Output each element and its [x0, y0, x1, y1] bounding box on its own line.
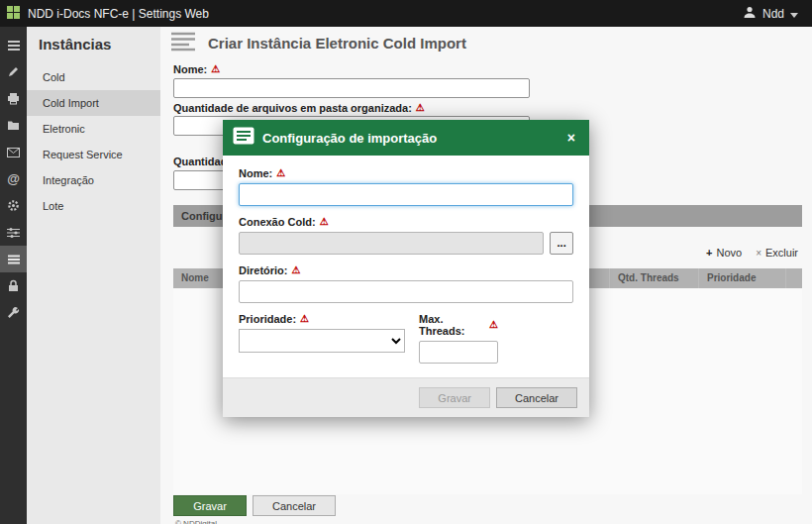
lock-icon[interactable] [0, 272, 27, 299]
warning-icon: ⚠ [416, 103, 425, 113]
copyright-note: © NDDigital [175, 519, 217, 524]
app-title: NDD i-Docs NFC-e | Settings Web [28, 7, 209, 21]
printer-icon[interactable] [0, 85, 27, 112]
dialog-prioridade-label: Prioridade:⚠ [239, 313, 405, 325]
browse-button[interactable]: ... [550, 232, 573, 255]
envelope-icon[interactable] [0, 139, 27, 165]
dialog-diretorio-label: Diretório:⚠ [239, 264, 573, 276]
warning-icon: ⚠ [489, 320, 498, 330]
dialog-cancelar-button[interactable]: Cancelar [496, 387, 577, 408]
dialog-title: Configuração de importação [262, 131, 556, 146]
nome-label: Nome:⚠ [173, 63, 220, 75]
dialog-prioridade-select[interactable] [239, 329, 405, 353]
sidebar-item-eletronic[interactable]: Eletronic [27, 116, 160, 142]
sidebar-item-cold-import[interactable]: Cold Import [27, 90, 160, 116]
dialog-conexao-label: Conexão Cold:⚠ [239, 216, 573, 228]
dialog-max-threads-input[interactable] [419, 341, 498, 364]
import-config-dialog: Configuração de importação × Nome:⚠ Cone… [223, 120, 589, 417]
app-window: NDD i-Docs NFC-e | Settings Web Ndd @ In… [0, 0, 812, 524]
dialog-conexao-input[interactable] [239, 232, 544, 255]
sidebar-item-request-service[interactable]: Request Service [27, 142, 160, 167]
cancelar-button[interactable]: Cancelar [253, 495, 336, 516]
warning-icon: ⚠ [292, 265, 301, 275]
warning-icon: ⚠ [276, 168, 285, 178]
novo-button[interactable]: + Novo [706, 247, 742, 259]
top-bar: NDD i-Docs NFC-e | Settings Web Ndd [0, 0, 812, 27]
dialog-max-threads-label: Max. Threads:⚠ [419, 313, 498, 337]
grid-toolbar: + Novo × Excluir [706, 247, 798, 259]
qtd-arquivos-label: Quantidade de arquivos em pasta organiza… [173, 102, 425, 114]
grid-header-prioridade: Prioridade [699, 268, 786, 288]
folder-icon[interactable] [0, 112, 27, 139]
sidebar-item-lote[interactable]: Lote [27, 193, 160, 219]
top-bar-left: NDD i-Docs NFC-e | Settings Web [0, 5, 209, 23]
x-icon: × [756, 248, 761, 259]
grid-header-qtd-threads: Qtd. Threads [610, 268, 699, 288]
dialog-header: Configuração de importação × [223, 120, 589, 156]
chevron-down-icon [790, 7, 798, 21]
menu-icon[interactable] [0, 32, 27, 58]
user-name: Ndd [762, 7, 784, 21]
excluir-button[interactable]: × Excluir [756, 247, 798, 259]
dialog-diretorio-input[interactable] [239, 280, 573, 303]
user-icon [743, 5, 757, 22]
sidebar-header: Instâncias [27, 27, 160, 64]
dialog-footer: Gravar Cancelar [223, 377, 589, 417]
app-logo-icon [7, 5, 20, 23]
plus-icon: + [706, 247, 712, 259]
sidebar-item-cold[interactable]: Cold [27, 64, 160, 90]
dialog-gravar-button[interactable]: Gravar [419, 387, 490, 408]
dialog-nome-label: Nome:⚠ [239, 167, 573, 179]
warning-icon: ⚠ [320, 217, 329, 227]
warning-icon: ⚠ [211, 64, 220, 74]
page-title: Criar Instância Eletronic Cold Import [208, 35, 466, 52]
dialog-body: Nome:⚠ Conexão Cold:⚠ ... Diretório:⚠ [223, 156, 589, 377]
page-title-stack-icon [168, 30, 198, 55]
nome-input[interactable] [173, 78, 530, 98]
gear-icon[interactable] [0, 192, 27, 219]
sidebar-item-integracao[interactable]: Integração [27, 167, 160, 193]
dialog-nome-input[interactable] [239, 183, 573, 206]
instances-stack-icon[interactable] [0, 246, 27, 272]
sliders-icon[interactable] [0, 219, 27, 246]
sidebar: Instâncias Cold Cold Import Eletronic Re… [27, 27, 160, 524]
icon-strip: @ [0, 27, 27, 524]
page-title-row: Criar Instância Eletronic Cold Import [168, 30, 466, 55]
user-menu[interactable]: Ndd [743, 5, 812, 22]
grid-header-actions [786, 268, 802, 288]
at-sign-icon[interactable]: @ [0, 165, 27, 192]
dialog-stack-icon [233, 127, 254, 149]
warning-icon: ⚠ [300, 314, 309, 324]
pen-icon[interactable] [0, 58, 27, 85]
gravar-button[interactable]: Gravar [173, 495, 247, 516]
close-icon[interactable]: × [563, 130, 579, 146]
wrench-icon[interactable] [0, 299, 27, 326]
